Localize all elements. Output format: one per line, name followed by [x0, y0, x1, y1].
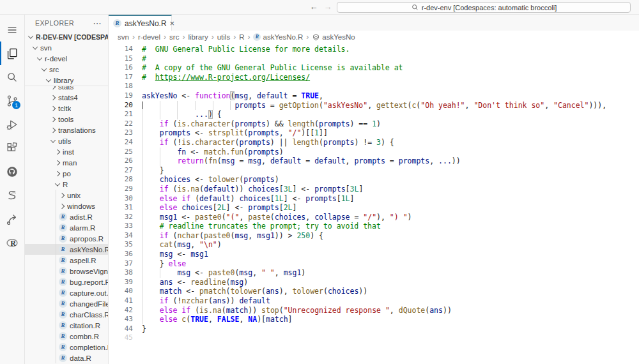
code-line-27[interactable]: 27 }: [109, 166, 639, 176]
code-token: " ": [261, 268, 275, 277]
code-line-19[interactable]: 19askYesNo <- function(msg, default = TR…: [109, 91, 639, 101]
code-line-25[interactable]: 25 fn <- match.fun(prompts): [109, 148, 639, 157]
tree-item-unix[interactable]: unix: [25, 190, 108, 201]
code-line-26[interactable]: 26 return(fn(msg = msg, default = defaul…: [109, 156, 639, 166]
breadcrumb-item-r-devel[interactable]: r-devel: [138, 33, 160, 41]
breadcrumb-item-askyesno.r[interactable]: RaskYesNo.R: [253, 33, 303, 41]
code-line-40[interactable]: 40 match <- pmatch(tolower(ans), tolower…: [109, 287, 639, 296]
tree-item-library[interactable]: library: [25, 75, 108, 86]
code-line-42[interactable]: 42 else if (is.na(match)) stop("Unrecogn…: [109, 306, 639, 315]
tree-item-utils[interactable]: utils: [25, 135, 108, 146]
code-line-44[interactable]: 44}: [109, 324, 639, 334]
code-line-36[interactable]: 36 msg <- msg1: [109, 250, 639, 259]
code-token: 3: [376, 138, 381, 147]
indent-guide: [142, 148, 142, 157]
tree-item-capture.out-[interactable]: Rcapture.out…: [25, 287, 108, 298]
breadcrumb-item-askyesno[interactable]: askYesNo: [312, 33, 355, 42]
tree-item-src[interactable]: src: [25, 64, 108, 75]
tree-item-r[interactable]: R: [25, 179, 108, 190]
tab-close-icon[interactable]: ×: [170, 19, 175, 27]
code-token: 2L: [284, 203, 293, 212]
code-line-29[interactable]: 29 if (is.na(default)) choices[3L] <- pr…: [109, 185, 639, 194]
code-token: nchar: [177, 231, 199, 240]
tree-item-aspell.r[interactable]: Raspell.R: [25, 255, 108, 266]
r-file-icon: R: [59, 289, 67, 297]
code-line-17[interactable]: 17# https://www.R-project.org/Licenses/: [109, 73, 639, 82]
tree-item-tcltk[interactable]: tcltk: [25, 103, 108, 114]
tree-item-stats[interactable]: stats: [25, 86, 108, 92]
code-line-45[interactable]: 45: [109, 333, 639, 343]
code-line-28[interactable]: 28 choices <- tolower(prompts): [109, 175, 639, 185]
tree-item-man[interactable]: man: [25, 157, 108, 168]
code-token: 3L: [284, 185, 293, 193]
line-number: 21: [109, 110, 133, 119]
code-line-21[interactable]: 21 ...) {: [109, 110, 639, 119]
breadcrumb-item-src[interactable]: src: [169, 33, 179, 41]
code-line-18[interactable]: 18: [109, 82, 639, 91]
tree-item-tools[interactable]: tools: [25, 114, 108, 125]
activity-share-icon[interactable]: [0, 207, 24, 231]
tree-item-askyesno.r[interactable]: RaskYesNo.R: [25, 244, 108, 255]
activity-run-debug-icon[interactable]: [0, 112, 24, 136]
breadcrumb-item-svn[interactable]: svn: [118, 33, 129, 41]
code-line-16[interactable]: 16# A copy of the GNU General Public Lic…: [109, 63, 639, 73]
activity-menu-icon[interactable]: [0, 18, 24, 42]
code-line-24[interactable]: 24 if (!is.character(prompts) || length(…: [109, 138, 639, 148]
tree-item-charclass.r[interactable]: RcharClass.R: [25, 309, 108, 320]
tree-item-browsevign-[interactable]: RbrowseVign…: [25, 266, 108, 277]
code-editor[interactable]: 14# GNU General Public License for more …: [109, 43, 639, 364]
tree-item-svn[interactable]: svn: [25, 42, 108, 53]
tree-item-r-devel[interactable]: r-devel: [25, 53, 108, 64]
code-token: match: [266, 315, 288, 324]
tree-item-inst[interactable]: inst: [25, 146, 108, 157]
code-line-20[interactable]: 20 prompts = getOption("askYesNo", gette…: [109, 101, 639, 110]
code-line-33[interactable]: 33 # readline truncates the prompt; try …: [109, 222, 639, 231]
activity-explorer-icon[interactable]: [0, 42, 24, 65]
tree-item-citation.r[interactable]: Rcitation.R: [25, 320, 108, 331]
breadcrumb-item-r[interactable]: R: [239, 33, 244, 41]
tree-item-translations[interactable]: translations: [25, 125, 108, 135]
code-line-38[interactable]: 38 msg <- paste0(msg, " ", msg1): [109, 268, 639, 278]
activity-r-language-icon[interactable]: [0, 231, 24, 254]
code-line-39[interactable]: 39 ans <- readline(msg): [109, 278, 639, 287]
tree-item-windows[interactable]: windows: [25, 201, 108, 211]
code-line-34[interactable]: 34 if (nchar(paste0(msg, msg1)) > 250) {: [109, 231, 639, 241]
back-arrow-icon[interactable]: ←: [308, 1, 320, 13]
code-line-32[interactable]: 32 msg1 <- paste0("(", paste(choices, co…: [109, 213, 639, 222]
tree-item-bug.report.r[interactable]: Rbug.report.R: [25, 277, 108, 287]
tree-item-combn.r[interactable]: Rcombn.R: [25, 331, 108, 342]
explorer-more-actions-icon[interactable]: ⋯: [93, 19, 102, 28]
tree-item-po[interactable]: po: [25, 168, 108, 179]
activity-github-icon[interactable]: [0, 160, 24, 183]
code-line-23[interactable]: 23 prompts <- strsplit(prompts, "/")[[1]…: [109, 128, 639, 138]
code-line-37[interactable]: 37 } else: [109, 259, 639, 269]
breadcrumb-item-utils[interactable]: utils: [217, 33, 230, 41]
tree-item-r-dev-env-codespaces...[interactable]: R-DEV-ENV [CODESPACES...: [25, 31, 108, 42]
activity-search-icon[interactable]: [0, 65, 24, 89]
activity-source-control-icon[interactable]: 1: [0, 89, 24, 112]
code-line-41[interactable]: 41 if (!nzchar(ans)) default: [109, 296, 639, 306]
breadcrumb-item-library[interactable]: library: [188, 33, 208, 41]
code-line-14[interactable]: 14# GNU General Public License for more …: [109, 45, 639, 54]
tree-item-stats4[interactable]: stats4: [25, 92, 108, 103]
code-line-35[interactable]: 35 cat(msg, "\n"): [109, 240, 639, 250]
tree-item-data.r[interactable]: Rdata.R: [25, 353, 108, 363]
tree-item-alarm.r[interactable]: Ralarm.R: [25, 222, 108, 233]
activity-extensions-icon[interactable]: [0, 136, 24, 160]
code-token: dQuote: [399, 306, 426, 315]
forward-arrow-icon[interactable]: →: [322, 1, 334, 13]
tree-item-changedfile-[interactable]: RchangedFile…: [25, 298, 108, 309]
code-line-43[interactable]: 43 else c(TRUE, FALSE, NA)[match]: [109, 315, 639, 324]
tree-item-apropos.r[interactable]: Rapropos.R: [25, 233, 108, 244]
code-line-22[interactable]: 22 if (is.character(prompts) && length(p…: [109, 119, 639, 129]
code-token: ...: [438, 156, 452, 165]
code-line-30[interactable]: 30 else if (default) choices[1L] <- prom…: [109, 194, 639, 204]
command-center-search[interactable]: r-dev-env [Codespaces: automatic broccol…: [337, 2, 631, 13]
tab-askyesno[interactable]: R askYesNo.R ×: [109, 15, 172, 31]
tree-item-adist.r[interactable]: Radist.R: [25, 211, 108, 222]
code-line-15[interactable]: 15#: [109, 54, 639, 64]
code-token: tolower: [292, 287, 323, 296]
tree-item-completion.r[interactable]: Rcompletion.R: [25, 342, 108, 353]
code-line-31[interactable]: 31 else choices[2L] <- prompts[2L]: [109, 203, 639, 213]
activity-s-logo-icon[interactable]: [0, 183, 24, 207]
